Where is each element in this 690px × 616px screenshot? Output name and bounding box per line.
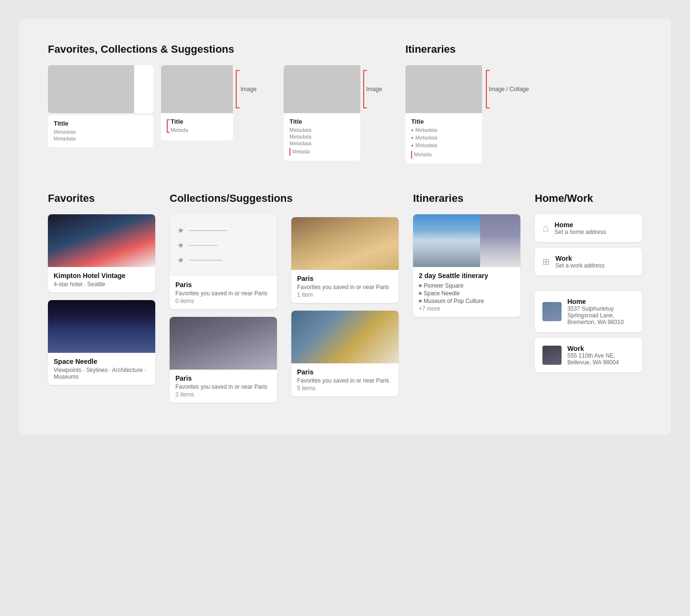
wireframe-favorites-group: Favorites, Collections & Suggestions Tit… [48,43,386,163]
collections-paris-0-stars: ★ ★ ★ [170,214,277,276]
collections-paris-2-image [170,317,277,370]
work-filled-text: Work 555 110th Ave NE, Bellevue, WA 9800… [567,345,634,366]
wireframe-itinerary-card: Image / Collage Title Metadata Metadata … [405,65,529,163]
collections-paris-1-meta: Favorites you saved in or near Paris [297,284,393,291]
wireframe-itinerary-image [405,65,482,113]
home-empty-text: Home Set a home address [554,221,606,235]
favorites-hotel-title: Kimpton Hotel Vintage [54,272,150,279]
work-filled-card[interactable]: Work 555 110th Ave NE, Bellevue, WA 9800… [535,338,642,372]
collections-paris-5-body: Paris Favorites you saved in or near Par… [291,363,399,396]
wireframe-card-2-meta: Metada [171,127,188,133]
wireframe-itinerary-meta1: Metadata [411,127,476,133]
wireframe-itinerary-card-text: Title Metadata Metadata Metadata Metada [405,113,482,163]
collections-paris-2-title: Paris [175,374,271,382]
wireframe-card-3-text: Title Metadata Metadata Metadata Metada [284,113,360,161]
favorites-section: Favorites Kimpton Hotel Vintage 4-star h… [48,192,155,410]
collections-paris-1-body: Paris Favorites you saved in or near Par… [291,270,399,303]
collections-paris-0-card[interactable]: ★ ★ ★ Paris Favorites you saved in or ne… [170,214,277,309]
favorites-hotel-subtitle: 4-star hotel · Seattle [54,281,150,288]
wireframe-itineraries-heading: Itineraries [405,43,642,56]
favorites-needle-subtitle: Viewpoints · Skylines · Architecture · M… [54,367,150,380]
collections-paris-5-count: 5 items [297,385,393,392]
favorites-heading: Favorites [48,192,155,205]
collections-paris-0-body: Paris Favorites you saved in or near Par… [170,276,277,309]
favorites-needle-body: Space Needle Viewpoints · Skylines · Arc… [48,353,155,385]
home-filled-card[interactable]: Home 3537 Sulphurletuy Springsroad Lane,… [535,291,642,332]
favorites-needle-card[interactable]: Space Needle Viewpoints · Skylines · Arc… [48,300,155,385]
favorites-needle-title: Space Needle [54,358,150,365]
itineraries-section: Itineraries 2 day Seattle itinerary Pion… [413,192,520,410]
collections-paris-2-meta: Favorites you saved in or near Paris [175,384,271,390]
bottom-content-section: Favorites Kimpton Hotel Vintage 4-star h… [48,192,642,410]
work-filled-title: Work [567,345,634,352]
itinerary-stop-3: Museum of Pop Culture [419,298,515,304]
wireframe-favorites-cards: Tittle Metadata Metadata [48,65,386,161]
home-empty-icon: ⌂ [542,222,549,234]
itinerary-collage-right [480,214,520,267]
wireframe-favorites-heading: Favorites, Collections & Suggestions [48,43,386,56]
top-wireframe-section: Favorites, Collections & Suggestions Tit… [48,43,642,163]
wireframe-card-2: Image Title Metada [161,65,276,161]
star-line-3 [189,260,222,261]
work-empty-title: Work [555,255,605,262]
wireframe-image-2 [161,65,233,113]
main-container: Favorites, Collections & Suggestions Tit… [19,19,671,434]
collections-paris-1-title: Paris [297,275,393,282]
home-empty-title: Home [554,221,606,229]
itinerary-stop-2: Space Needle [419,290,515,297]
home-empty-card[interactable]: ⌂ Home Set a home address [535,214,642,242]
star-line-2 [189,245,218,246]
wireframe-card-3-title: Title [289,118,355,125]
collections-paris-2-body: Paris Favorites you saved in or near Par… [170,370,277,403]
wireframe-card-1-meta2: Metadata [54,136,148,141]
wireframe-image-1 [48,65,134,113]
wireframe-card-1: Tittle Metadata Metadata [48,65,153,161]
favorites-hotel-image [48,214,155,267]
favorites-hotel-card[interactable]: Kimpton Hotel Vintage 4-star hotel · Sea… [48,214,155,292]
star-row-1: ★ [177,226,269,235]
work-filled-image [542,346,562,365]
itinerary-dot-1 [419,284,422,287]
wireframe-itinerary-meta2: Metadata [411,135,476,140]
wireframe-itinerary-image-label: Image / Collage [489,86,529,93]
collections-paris-0-count: 0 items [175,298,271,304]
itinerary-seattle-card[interactable]: 2 day Seattle itinerary Pioneer Square S… [413,214,520,317]
wireframe-itinerary-meta-label: Metada [414,151,432,157]
work-empty-card[interactable]: ⊞ Work Set a work address [535,248,642,276]
itinerary-more: +7 more [419,305,515,312]
collections-paris-5-image [291,311,399,363]
star-row-2: ★ [177,241,269,250]
work-filled-address: 555 110th Ave NE, Bellevue, WA 98004 [567,352,634,366]
collections-paris-0-title: Paris [175,281,271,289]
itinerary-collage-left [413,214,480,267]
home-filled-title: Home [567,298,634,305]
collections-paris-5-card[interactable]: Paris Favorites you saved in or near Par… [291,311,399,396]
collections-heading: Collections/Suggestions [170,192,277,205]
star-icon-1: ★ [177,226,184,235]
favorites-needle-image [48,300,155,353]
home-empty-placeholder: Set a home address [554,229,606,235]
collections-paris-2-card[interactable]: Paris Favorites you saved in or near Par… [170,317,277,403]
collections-paris-1-card[interactable]: Paris Favorites you saved in or near Par… [291,217,399,303]
star-icon-2: ★ [177,241,184,250]
collections-paris-1-image [291,217,399,270]
itinerary-dot-2 [419,292,422,295]
wireframe-card-2-title: Title [171,118,188,125]
wireframe-itineraries-group: Itineraries Image / Collage [405,43,642,163]
favorites-hotel-body: Kimpton Hotel Vintage 4-star hotel · Sea… [48,267,155,292]
collections-section-2: Paris Favorites you saved in or near Par… [291,217,399,410]
star-icon-3: ★ [177,256,184,265]
collections-paris-5-meta: Favorites you saved in or near Paris [297,377,393,384]
wireframe-image-2-label: Image [241,86,256,93]
collections-paris-5-title: Paris [297,368,393,376]
home-work-section: Home/Work ⌂ Home Set a home address ⊞ Wo… [535,192,642,410]
wireframe-card-3-meta1: Metadata [289,127,355,133]
star-row-3: ★ [177,256,269,265]
wireframe-image-3 [284,65,360,113]
work-empty-placeholder: Set a work address [555,262,605,269]
itinerary-dot-3 [419,300,422,302]
collections-paris-2-count: 2 items [175,391,271,398]
work-empty-icon: ⊞ [542,257,550,266]
hw-spacer [535,281,642,291]
itinerary-stop-1: Pioneer Square [419,282,515,289]
